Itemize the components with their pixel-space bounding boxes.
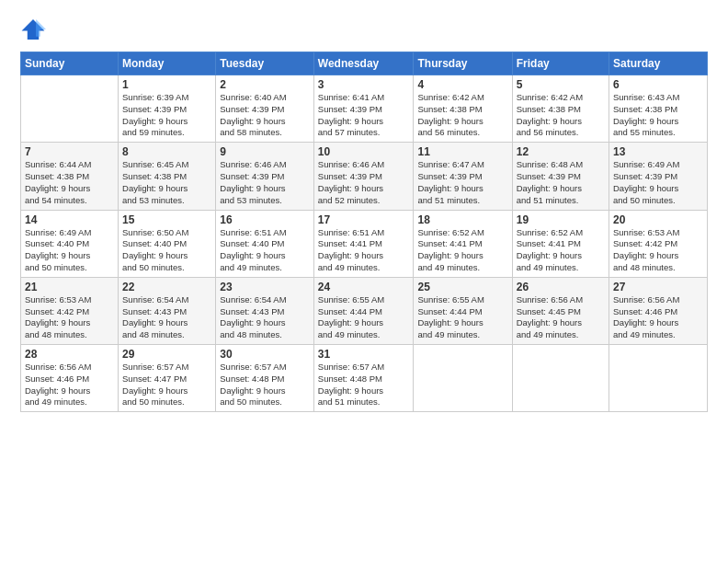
weekday-header-tuesday: Tuesday [216, 52, 314, 75]
weekday-header-wednesday: Wednesday [313, 52, 414, 75]
day-info: Sunrise: 6:43 AM Sunset: 4:38 PM Dayligh… [613, 92, 703, 139]
day-number: 18 [417, 213, 507, 226]
day-info: Sunrise: 6:42 AM Sunset: 4:38 PM Dayligh… [417, 92, 507, 139]
day-info: Sunrise: 6:57 AM Sunset: 4:47 PM Dayligh… [122, 362, 211, 408]
day-info: Sunrise: 6:52 AM Sunset: 4:41 PM Dayligh… [417, 227, 507, 274]
week-row-4: 28Sunrise: 6:56 AM Sunset: 4:46 PM Dayli… [21, 345, 708, 412]
logo-icon [20, 17, 46, 42]
logo [20, 17, 50, 42]
day-info: Sunrise: 6:39 AM Sunset: 4:39 PM Dayligh… [122, 92, 211, 139]
day-number: 4 [417, 78, 507, 91]
day-info: Sunrise: 6:47 AM Sunset: 4:39 PM Dayligh… [417, 159, 507, 206]
day-info: Sunrise: 6:53 AM Sunset: 4:42 PM Dayligh… [25, 294, 114, 341]
day-number: 9 [220, 145, 310, 158]
day-cell: 10Sunrise: 6:46 AM Sunset: 4:39 PM Dayli… [313, 143, 414, 210]
day-cell: 12Sunrise: 6:48 AM Sunset: 4:39 PM Dayli… [512, 143, 609, 210]
day-cell: 16Sunrise: 6:51 AM Sunset: 4:40 PM Dayli… [216, 210, 314, 277]
day-cell: 1Sunrise: 6:39 AM Sunset: 4:39 PM Daylig… [119, 75, 216, 143]
day-info: Sunrise: 6:44 AM Sunset: 4:38 PM Dayligh… [25, 159, 114, 206]
day-info: Sunrise: 6:56 AM Sunset: 4:46 PM Dayligh… [613, 294, 703, 341]
day-cell: 22Sunrise: 6:54 AM Sunset: 4:43 PM Dayli… [119, 277, 216, 344]
header [20, 17, 708, 42]
day-info: Sunrise: 6:51 AM Sunset: 4:41 PM Dayligh… [318, 227, 410, 274]
day-number: 20 [613, 213, 703, 226]
day-number: 5 [517, 78, 605, 91]
day-number: 7 [25, 145, 114, 158]
day-info: Sunrise: 6:51 AM Sunset: 4:40 PM Dayligh… [220, 227, 310, 274]
day-cell: 27Sunrise: 6:56 AM Sunset: 4:46 PM Dayli… [609, 277, 708, 344]
day-info: Sunrise: 6:41 AM Sunset: 4:39 PM Dayligh… [318, 92, 410, 139]
day-number: 16 [220, 213, 310, 226]
week-row-1: 7Sunrise: 6:44 AM Sunset: 4:38 PM Daylig… [21, 143, 708, 210]
day-number: 26 [517, 281, 605, 293]
day-number: 8 [122, 145, 211, 158]
week-row-0: 1Sunrise: 6:39 AM Sunset: 4:39 PM Daylig… [21, 75, 708, 143]
day-info: Sunrise: 6:49 AM Sunset: 4:39 PM Dayligh… [613, 159, 703, 206]
day-cell: 9Sunrise: 6:46 AM Sunset: 4:39 PM Daylig… [216, 143, 314, 210]
day-cell [414, 345, 512, 412]
calendar-table: SundayMondayTuesdayWednesdayThursdayFrid… [20, 52, 708, 412]
day-cell: 14Sunrise: 6:49 AM Sunset: 4:40 PM Dayli… [21, 210, 119, 277]
svg-marker-1 [36, 19, 46, 37]
day-number: 3 [318, 78, 410, 91]
day-info: Sunrise: 6:54 AM Sunset: 4:43 PM Dayligh… [220, 294, 310, 341]
weekday-header-sunday: Sunday [21, 52, 119, 75]
day-cell: 26Sunrise: 6:56 AM Sunset: 4:45 PM Dayli… [512, 277, 609, 344]
day-cell: 29Sunrise: 6:57 AM Sunset: 4:47 PM Dayli… [119, 345, 216, 412]
day-number: 21 [25, 281, 114, 293]
day-number: 17 [318, 213, 410, 226]
day-info: Sunrise: 6:56 AM Sunset: 4:46 PM Dayligh… [25, 362, 114, 408]
day-info: Sunrise: 6:46 AM Sunset: 4:39 PM Dayligh… [318, 159, 410, 206]
day-cell: 4Sunrise: 6:42 AM Sunset: 4:38 PM Daylig… [414, 75, 512, 143]
day-info: Sunrise: 6:57 AM Sunset: 4:48 PM Dayligh… [318, 362, 410, 408]
day-cell: 5Sunrise: 6:42 AM Sunset: 4:38 PM Daylig… [512, 75, 609, 143]
day-cell: 28Sunrise: 6:56 AM Sunset: 4:46 PM Dayli… [21, 345, 119, 412]
day-cell: 30Sunrise: 6:57 AM Sunset: 4:48 PM Dayli… [216, 345, 314, 412]
day-info: Sunrise: 6:50 AM Sunset: 4:40 PM Dayligh… [122, 227, 211, 274]
day-cell: 20Sunrise: 6:53 AM Sunset: 4:42 PM Dayli… [609, 210, 708, 277]
day-info: Sunrise: 6:40 AM Sunset: 4:39 PM Dayligh… [220, 92, 310, 139]
day-number: 27 [613, 281, 703, 293]
day-info: Sunrise: 6:54 AM Sunset: 4:43 PM Dayligh… [122, 294, 211, 341]
day-info: Sunrise: 6:49 AM Sunset: 4:40 PM Dayligh… [25, 227, 114, 274]
day-cell: 18Sunrise: 6:52 AM Sunset: 4:41 PM Dayli… [414, 210, 512, 277]
day-info: Sunrise: 6:42 AM Sunset: 4:38 PM Dayligh… [517, 92, 605, 139]
day-cell: 6Sunrise: 6:43 AM Sunset: 4:38 PM Daylig… [609, 75, 708, 143]
day-cell: 3Sunrise: 6:41 AM Sunset: 4:39 PM Daylig… [313, 75, 414, 143]
day-number: 13 [613, 145, 703, 158]
day-info: Sunrise: 6:45 AM Sunset: 4:38 PM Dayligh… [122, 159, 211, 206]
day-number: 2 [220, 78, 310, 91]
day-number: 31 [318, 348, 410, 361]
day-info: Sunrise: 6:55 AM Sunset: 4:44 PM Dayligh… [318, 294, 410, 341]
week-row-2: 14Sunrise: 6:49 AM Sunset: 4:40 PM Dayli… [21, 210, 708, 277]
day-cell: 2Sunrise: 6:40 AM Sunset: 4:39 PM Daylig… [216, 75, 314, 143]
day-cell: 11Sunrise: 6:47 AM Sunset: 4:39 PM Dayli… [414, 143, 512, 210]
weekday-header-thursday: Thursday [414, 52, 512, 75]
day-info: Sunrise: 6:56 AM Sunset: 4:45 PM Dayligh… [517, 294, 605, 341]
day-number: 11 [417, 145, 507, 158]
week-row-3: 21Sunrise: 6:53 AM Sunset: 4:42 PM Dayli… [21, 277, 708, 344]
day-number: 22 [122, 281, 211, 293]
day-number: 12 [517, 145, 605, 158]
day-cell: 23Sunrise: 6:54 AM Sunset: 4:43 PM Dayli… [216, 277, 314, 344]
day-number: 15 [122, 213, 211, 226]
page: SundayMondayTuesdayWednesdayThursdayFrid… [0, 0, 728, 563]
weekday-header-friday: Friday [512, 52, 609, 75]
day-number: 10 [318, 145, 410, 158]
day-cell: 25Sunrise: 6:55 AM Sunset: 4:44 PM Dayli… [414, 277, 512, 344]
day-info: Sunrise: 6:46 AM Sunset: 4:39 PM Dayligh… [220, 159, 310, 206]
day-cell [21, 75, 119, 143]
day-info: Sunrise: 6:55 AM Sunset: 4:44 PM Dayligh… [417, 294, 507, 341]
day-cell: 19Sunrise: 6:52 AM Sunset: 4:41 PM Dayli… [512, 210, 609, 277]
day-number: 6 [613, 78, 703, 91]
day-cell: 13Sunrise: 6:49 AM Sunset: 4:39 PM Dayli… [609, 143, 708, 210]
day-number: 23 [220, 281, 310, 293]
day-cell: 21Sunrise: 6:53 AM Sunset: 4:42 PM Dayli… [21, 277, 119, 344]
day-number: 24 [318, 281, 410, 293]
day-cell: 15Sunrise: 6:50 AM Sunset: 4:40 PM Dayli… [119, 210, 216, 277]
day-number: 28 [25, 348, 114, 361]
day-cell [512, 345, 609, 412]
day-cell [609, 345, 708, 412]
day-number: 30 [220, 348, 310, 361]
weekday-header-saturday: Saturday [609, 52, 708, 75]
